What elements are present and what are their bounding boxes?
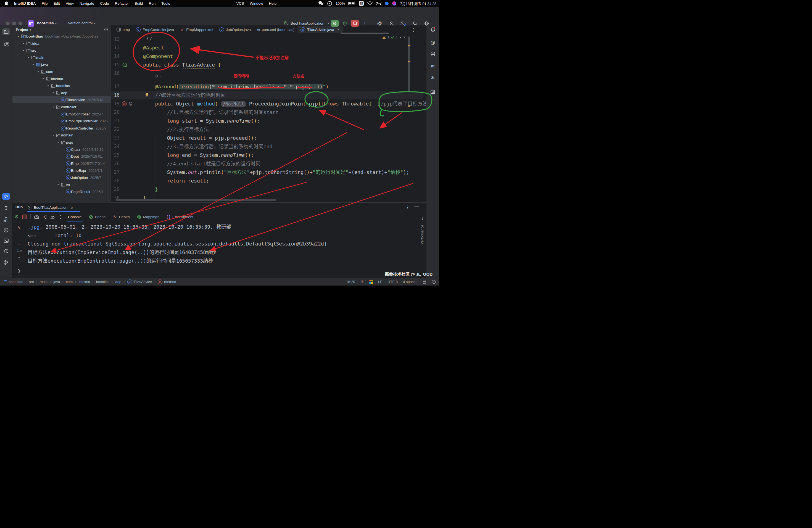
- tree-item-controller[interactable]: ▾controller: [12, 104, 111, 111]
- microsoft-icon[interactable]: [369, 280, 373, 283]
- spring-tool-button[interactable]: ✻: [429, 74, 437, 81]
- performance-collapse-icon[interactable]: ❮: [421, 217, 424, 220]
- tree-item-ReportController[interactable]: CReportController2025/7: [12, 125, 111, 132]
- inspections-widget[interactable]: 1 1 ▲ ▼: [382, 35, 405, 39]
- breadcrumb-boot-tlias[interactable]: boot-tlias: [4, 280, 23, 284]
- console-edit-icon[interactable]: ✎: [16, 225, 22, 230]
- menu-intellij-idea[interactable]: IntelliJ IDEA: [14, 1, 36, 5]
- thread-dump-icon[interactable]: [33, 215, 40, 219]
- tab-JobOption.java[interactable]: CJobOption.java: [216, 26, 254, 33]
- attach-icon[interactable]: [41, 215, 48, 219]
- console-scroll-top-icon[interactable]: ↥: [16, 256, 22, 261]
- tab-EmpController.java[interactable]: CEmpController.java: [133, 26, 177, 33]
- stop-icon[interactable]: [21, 215, 28, 219]
- chevron-right-icon[interactable]: ▸: [21, 42, 26, 45]
- settings-button[interactable]: [424, 20, 430, 27]
- rerun-button[interactable]: [331, 20, 339, 27]
- project-tool-button[interactable]: [2, 28, 10, 35]
- problems-tool-button[interactable]: [2, 247, 10, 254]
- siri-icon[interactable]: [392, 1, 396, 5]
- performance-tab[interactable]: Performance: [420, 225, 424, 245]
- endpoints-tool-button[interactable]: [2, 226, 10, 234]
- console-up-icon[interactable]: ↑: [16, 233, 22, 238]
- menu-run[interactable]: Run: [149, 1, 156, 5]
- tree-item-domain[interactable]: ▾domain: [12, 132, 111, 138]
- tree-item-main[interactable]: ▾main: [12, 54, 111, 61]
- menu-navigate[interactable]: Navigate: [79, 1, 94, 5]
- breadcrumb-main[interactable]: main: [40, 280, 47, 284]
- chevron-down-icon[interactable]: ▾: [46, 85, 50, 87]
- tree-item-vo[interactable]: ▾vo: [12, 181, 111, 188]
- window-close-button[interactable]: [6, 21, 10, 25]
- tree-item-PageResult[interactable]: CPageResult2025/7: [12, 188, 111, 195]
- control-center-icon[interactable]: [376, 2, 381, 5]
- chevron-down-icon[interactable]: ▾: [16, 35, 21, 38]
- wechat-icon[interactable]: [318, 1, 324, 5]
- run-tab-Health[interactable]: Health: [113, 212, 130, 221]
- terminal-tool-button[interactable]: [2, 237, 10, 244]
- tree-item-com[interactable]: ▾com: [12, 68, 111, 75]
- translate-button[interactable]: 文 A: [400, 20, 406, 27]
- aop-navigate-gear-icon[interactable]: ▾: [155, 74, 161, 78]
- tree-item-.idea[interactable]: ▸.idea: [12, 40, 111, 47]
- file-encoding[interactable]: UTF-8: [388, 280, 398, 284]
- spring-status-icon[interactable]: ✻: [360, 279, 364, 284]
- chevron-down-icon[interactable]: ▾: [36, 70, 41, 73]
- more-actions-button[interactable]: ⋮: [362, 20, 368, 27]
- apple-icon[interactable]: [4, 1, 8, 5]
- tab-TliasAdvice.java[interactable]: CTliasAdvice.java✕: [298, 26, 343, 33]
- run-tab-Environment[interactable]: { }Environment: [166, 212, 193, 221]
- indent-style[interactable]: 4 spaces: [403, 280, 417, 284]
- metrics-icon[interactable]: [49, 215, 56, 219]
- prev-problem-icon[interactable]: ▲: [399, 36, 402, 39]
- menu-code[interactable]: Code: [100, 1, 109, 5]
- breadcrumb-TliasAdvice[interactable]: CTliasAdvice: [127, 279, 152, 284]
- close-icon[interactable]: ✕: [337, 28, 340, 31]
- menu-file[interactable]: File: [42, 1, 48, 5]
- chevron-down-icon[interactable]: ▾: [41, 77, 46, 80]
- run-tab-Console[interactable]: Console: [68, 212, 82, 221]
- run-tab-Beans[interactable]: Beans: [89, 212, 105, 221]
- tree-item-TliasAdvice[interactable]: CTliasAdvice2025/7/18: [12, 97, 111, 103]
- project-switcher[interactable]: boot-tlias▾: [37, 21, 57, 25]
- breadcrumb-aop[interactable]: aop: [115, 280, 121, 284]
- stop-button[interactable]: [351, 20, 359, 27]
- tree-item-pojo[interactable]: ▾pojo: [12, 139, 111, 146]
- tree-item-itheima[interactable]: ▾itheima: [12, 75, 111, 82]
- tab-emp[interactable]: emp: [114, 26, 133, 33]
- breadcrumb-method[interactable]: mmethod: [158, 279, 176, 284]
- menu-build[interactable]: Build: [134, 1, 143, 5]
- run-tab[interactable]: BootTliasApplication✕: [27, 204, 74, 211]
- inspection-status-icon[interactable]: [432, 280, 436, 284]
- play-circle-icon[interactable]: [327, 1, 332, 6]
- chevron-down-icon[interactable]: ▾: [51, 134, 56, 137]
- tab-EmpMapper.xml[interactable]: EmpMapper.xml: [177, 26, 216, 33]
- more-icon[interactable]: ⋮: [57, 214, 64, 220]
- menu-window[interactable]: Window: [250, 1, 263, 5]
- run-panel-minimize-icon[interactable]: —: [414, 204, 419, 209]
- input-method-icon[interactable]: 拼: [359, 1, 364, 6]
- search-everywhere-button[interactable]: [412, 20, 418, 27]
- vcs-widget[interactable]: Version control▾: [68, 21, 95, 25]
- services-tool-button[interactable]: [2, 216, 10, 223]
- breadcrumb-boottlias[interactable]: boottlias: [96, 280, 110, 284]
- ai-assistant-tool-button[interactable]: @: [429, 39, 437, 46]
- database-tool-button[interactable]: [429, 50, 437, 58]
- tree-item-boot-tlias[interactable]: ▾boot-tliasboot-tlias ~/JavaProject/boot…: [12, 33, 111, 40]
- window-zoom-button[interactable]: [18, 21, 23, 25]
- breadcrumb-src[interactable]: src: [29, 280, 34, 284]
- line-separator[interactable]: LF: [378, 280, 382, 284]
- breadcrumb-com[interactable]: com: [66, 280, 73, 284]
- tree-item-Emp[interactable]: CEmp2025/7/17 01:4: [12, 160, 111, 167]
- next-problem-icon[interactable]: ▼: [403, 36, 405, 39]
- code-with-me-button[interactable]: [389, 20, 395, 27]
- method-marker-icon[interactable]: m: [122, 101, 127, 106]
- debug-button[interactable]: [342, 20, 348, 27]
- app-dot-icon[interactable]: [385, 2, 389, 5]
- run-tool-button[interactable]: [2, 193, 10, 200]
- tree-item-EmpController[interactable]: CEmpController2025/7: [12, 111, 111, 118]
- git-tool-button[interactable]: [2, 259, 10, 266]
- close-icon[interactable]: ✕: [70, 205, 73, 210]
- intention-bulb-icon[interactable]: [145, 93, 149, 98]
- cursor-position[interactable]: 18:20: [346, 280, 355, 284]
